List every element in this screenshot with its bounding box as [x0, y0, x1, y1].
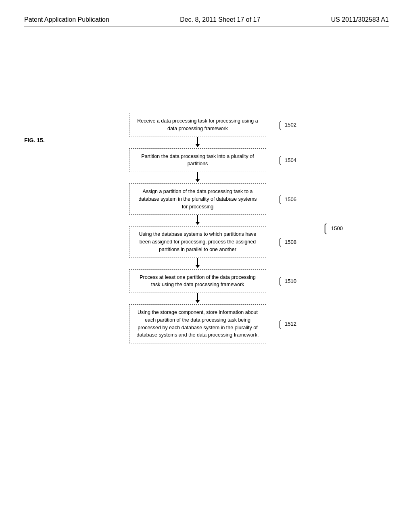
step-4-label: 1508 [285, 239, 296, 245]
step-4-box: Using the database systems to which part… [129, 226, 266, 258]
step-1-box: Receive a data processing task for proce… [129, 113, 266, 137]
step-1-label: 1502 [285, 122, 296, 128]
arrow-5-6 [196, 293, 200, 304]
step-4-text: Using the database systems to which part… [139, 231, 256, 252]
step-6-label-container: ❲ 1512 [276, 320, 296, 328]
step-6-box: Using the storage component, store infor… [129, 304, 266, 343]
arrow-2-3 [196, 172, 200, 183]
step-5-box: Process at least one partition of the da… [129, 269, 266, 293]
step-2-box: Partition the data processing task into … [129, 148, 266, 172]
header-date-sheet: Dec. 8, 2011 Sheet 17 of 17 [180, 16, 260, 23]
step-1-container: Receive a data processing task for proce… [129, 113, 266, 137]
step-3-container: Assign a partition of the data processin… [129, 183, 266, 215]
flow-diagram: ❲ 1500 Receive a data processing task fo… [97, 113, 298, 343]
step-2-label: 1504 [285, 157, 296, 163]
step-4-container: Using the database systems to which part… [129, 226, 266, 258]
step-3-label: 1506 [285, 196, 296, 202]
step-3-label-container: ❲ 1506 [276, 195, 296, 204]
outer-bracket-symbol: ❲ [321, 222, 330, 234]
header-patent-number: US 2011/302583 A1 [331, 16, 389, 23]
step-5-bracket: ❲ [276, 276, 284, 285]
step-2-bracket: ❲ [276, 156, 284, 164]
figure-label: FIG. 15. [24, 137, 45, 143]
arrow-4-5 [196, 258, 200, 269]
outer-step-number: 1500 [331, 225, 343, 231]
step-2-text: Partition the data processing task into … [141, 154, 254, 167]
step-5-label-container: ❲ 1510 [276, 276, 296, 285]
step-6-container: Using the storage component, store infor… [129, 304, 266, 343]
step-4-bracket: ❲ [276, 237, 284, 246]
arrow-3-4 [196, 215, 200, 226]
step-6-text: Using the storage component, store infor… [137, 310, 259, 338]
page: Patent Application Publication Dec. 8, 2… [0, 0, 413, 532]
diagram-container: ❲ 1500 Receive a data processing task fo… [97, 113, 298, 343]
step-1-label-container: ❲ 1502 [276, 121, 296, 129]
step-2-label-container: ❲ 1504 [276, 156, 296, 164]
step-6-label: 1512 [285, 321, 296, 327]
step-1-text: Receive a data processing task for proce… [137, 118, 258, 131]
step-5-container: Process at least one partition of the da… [129, 269, 266, 293]
header-publication: Patent Application Publication [24, 16, 109, 23]
step-5-label: 1510 [285, 278, 296, 284]
page-header: Patent Application Publication Dec. 8, 2… [24, 16, 389, 27]
outer-bracket-label: ❲ 1500 [321, 222, 343, 234]
step-3-box: Assign a partition of the data processin… [129, 183, 266, 215]
step-1-bracket: ❲ [276, 121, 284, 129]
step-3-text: Assign a partition of the data processin… [138, 189, 257, 210]
step-6-bracket: ❲ [276, 320, 284, 328]
step-5-text: Process at least one partition of the da… [140, 274, 256, 288]
arrow-1-2 [196, 137, 200, 148]
step-3-bracket: ❲ [276, 195, 284, 204]
step-4-label-container: ❲ 1508 [276, 237, 296, 246]
step-2-container: Partition the data processing task into … [129, 148, 266, 172]
